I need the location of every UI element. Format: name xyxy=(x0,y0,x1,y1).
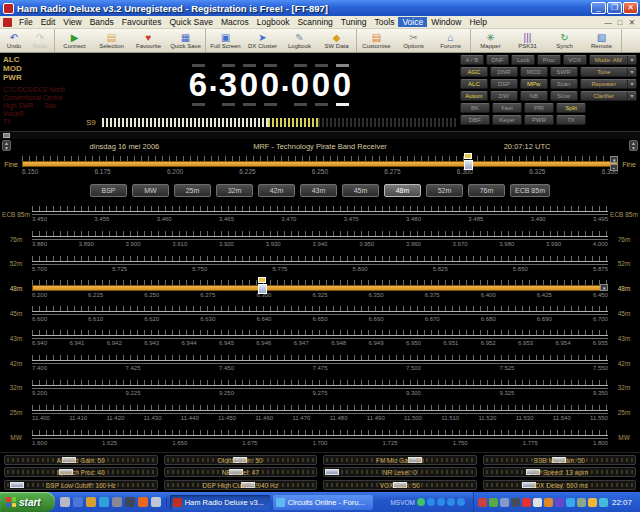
slider-vox-delay[interactable]: VOX Delay: 500 ms xyxy=(483,480,637,490)
band-button-mw[interactable]: MW xyxy=(132,184,169,197)
slider-nb-level[interactable]: NB Level: 47 xyxy=(164,467,318,477)
slider-vox-gain[interactable]: VOX Gain: 50 xyxy=(323,480,477,490)
quick-launch-icon[interactable] xyxy=(151,497,161,507)
tray-icon[interactable] xyxy=(511,498,520,507)
tray-icon[interactable] xyxy=(566,498,575,507)
rig-dropdown-tone[interactable]: Tone▾ xyxy=(580,67,637,77)
band-button-32m[interactable]: 32m xyxy=(216,184,253,197)
dx-cluster-button[interactable]: ➤DX Cluster xyxy=(244,29,281,52)
task-button-circuits-online-foru[interactable]: Circuits Online - Foru... xyxy=(273,495,373,510)
tray-icon[interactable] xyxy=(533,498,542,507)
rig-button-dnr[interactable]: DNR xyxy=(490,67,518,77)
band-track-area[interactable]: 1.6001.6251.6501.6751.7001.7251.7501.775… xyxy=(32,429,608,447)
slider-speech-proc[interactable]: Speech Proc: 40 xyxy=(4,467,158,477)
undo-button[interactable]: ↶Undo xyxy=(1,29,27,52)
slider-dsp-high-cutoff[interactable]: DSP High Cutoff: 2940 Hz xyxy=(164,480,318,490)
slider-ssb-mic-gain[interactable]: SSB Mic Gain: 50 xyxy=(483,455,637,465)
tray-icon[interactable] xyxy=(544,498,553,507)
menu-window[interactable]: Window xyxy=(427,17,465,27)
rig-button-bk[interactable]: BK xyxy=(460,103,490,113)
frequency-digit[interactable]: 0 xyxy=(311,64,332,106)
synch-button[interactable]: ↻Synch xyxy=(546,29,583,52)
menu-favourites[interactable]: Favourites xyxy=(118,17,166,27)
band-track[interactable] xyxy=(32,261,608,265)
rig-button-nb[interactable]: NB xyxy=(520,91,548,101)
task-button-ham-radio-deluxe-v3[interactable]: Ham Radio Deluxe v3... xyxy=(170,495,270,510)
tray-icon[interactable] xyxy=(489,498,498,507)
rig-button-swr[interactable]: SWR xyxy=(550,67,578,77)
fine-lock-icon[interactable]: ∗ xyxy=(610,156,618,163)
menu-file[interactable]: File xyxy=(15,17,37,27)
rig-button-lock[interactable]: Lock xyxy=(511,55,535,65)
band-track-area[interactable]: 6.9406.9416.9426.9436.9446.9456.9466.947… xyxy=(32,329,608,347)
rig-button-agc[interactable]: AGC xyxy=(460,67,488,77)
quick-launch-icon[interactable] xyxy=(125,497,135,507)
rig-button-dbf[interactable]: DBF xyxy=(460,115,490,125)
band-track[interactable] xyxy=(32,335,608,339)
quick-launch-icon[interactable] xyxy=(112,497,122,507)
rig-button-mpw[interactable]: MPw xyxy=(520,79,548,89)
band-button-42m[interactable]: 42m xyxy=(258,184,295,197)
band-button-bsp[interactable]: BSP xyxy=(90,184,127,197)
start-button[interactable]: start xyxy=(0,492,55,512)
options-button[interactable]: ✂Options xyxy=(395,29,432,52)
rig-button-a-b[interactable]: A / B xyxy=(460,55,484,65)
band-track[interactable] xyxy=(32,385,608,389)
menu-tuning[interactable]: Tuning xyxy=(337,17,371,27)
menu-bands[interactable]: Bands xyxy=(86,17,118,27)
band-track-area[interactable]: 5.7005.7255.7505.7755.8005.8255.8505.875 xyxy=(32,255,608,273)
slider-fm-mic-gain[interactable]: FM Mic Gain: 60 xyxy=(323,455,477,465)
connect-button[interactable]: ▶Connect xyxy=(56,29,93,52)
fine-thumb[interactable] xyxy=(464,160,473,170)
logbook-button[interactable]: ✎Logbook xyxy=(281,29,318,52)
rig-button-pwr[interactable]: PWR xyxy=(524,115,554,125)
band-button-45m[interactable]: 45m xyxy=(342,184,379,197)
menu-tools[interactable]: Tools xyxy=(371,17,399,27)
tray-icon[interactable] xyxy=(588,498,597,507)
rig-button-fast[interactable]: Fast xyxy=(492,103,522,113)
frequency-digit[interactable]: 3 xyxy=(218,64,239,106)
band-track[interactable] xyxy=(32,360,608,364)
band-track[interactable] xyxy=(32,435,608,439)
frequency-digit[interactable]: 0 xyxy=(239,64,260,106)
display-options-icon[interactable] xyxy=(3,133,10,138)
band-track-area[interactable]: 3.4503.4553.4603.4653.4703.4753.4803.485… xyxy=(32,205,608,223)
rig-button-dnf[interactable]: DNF xyxy=(486,55,510,65)
deskband-icon[interactable] xyxy=(427,498,435,506)
rig-button-dw[interactable]: DW xyxy=(490,91,518,101)
quick-launch-icon[interactable] xyxy=(60,497,70,507)
rig-button-vox[interactable]: VOX xyxy=(563,55,587,65)
band-track-area[interactable]: 7.4007.4257.4507.4757.5007.5257.550 xyxy=(32,354,608,372)
band-button-43m[interactable]: 43m xyxy=(300,184,337,197)
quick-save-button[interactable]: ▦Quick Save xyxy=(167,29,204,52)
mapper-button[interactable]: ✳Mapper xyxy=(472,29,509,52)
rig-button-pri[interactable]: PRI xyxy=(524,103,554,113)
slider-am-mic-gain[interactable]: AM Mic Gain: 50 xyxy=(4,455,158,465)
band-button-25m[interactable]: 25m xyxy=(174,184,211,197)
restore-button[interactable]: ❐ xyxy=(607,2,622,14)
band-track-area[interactable]: 6.6006.6106.6206.6306.6406.6506.6606.670… xyxy=(32,305,608,323)
rig-button-tx[interactable]: TX xyxy=(556,115,586,125)
band-track[interactable] xyxy=(32,236,608,240)
fine-slider[interactable]: ∗▪ 6.1506.1756.2006.2256.2506.2756.3006.… xyxy=(22,153,618,180)
band-track-area[interactable]: 9.2009.2259.2509.2759.3009.3259.350 xyxy=(32,379,608,397)
band-button-52m[interactable]: 52m xyxy=(426,184,463,197)
rig-dropdown-mode-am[interactable]: Mode: AM▾ xyxy=(589,55,638,65)
slider-nr-level[interactable]: NR Level: 0 xyxy=(323,467,477,477)
rig-button-autom[interactable]: Autom xyxy=(460,91,488,101)
deskband-icon[interactable] xyxy=(437,498,445,506)
rig-button-split[interactable]: Split xyxy=(556,103,586,113)
band-track[interactable]: ∗ xyxy=(32,285,608,291)
sw-data-button[interactable]: ◆SW Data xyxy=(318,29,355,52)
band-track[interactable] xyxy=(32,211,608,215)
psk31-button[interactable]: |||PSK31 xyxy=(509,29,546,52)
minimize-button[interactable]: _ xyxy=(591,2,606,14)
menu-logbook[interactable]: Logbook xyxy=(253,17,294,27)
quick-launch-icon[interactable] xyxy=(99,497,109,507)
deskband-icon[interactable] xyxy=(457,498,465,506)
tray-icon[interactable] xyxy=(555,498,564,507)
menu-edit[interactable]: Edit xyxy=(37,17,60,27)
mdi-restore-button[interactable]: □ xyxy=(615,18,625,27)
customise-button[interactable]: ▤Customise xyxy=(358,29,395,52)
frequency-digit[interactable]: 0 xyxy=(260,64,281,106)
